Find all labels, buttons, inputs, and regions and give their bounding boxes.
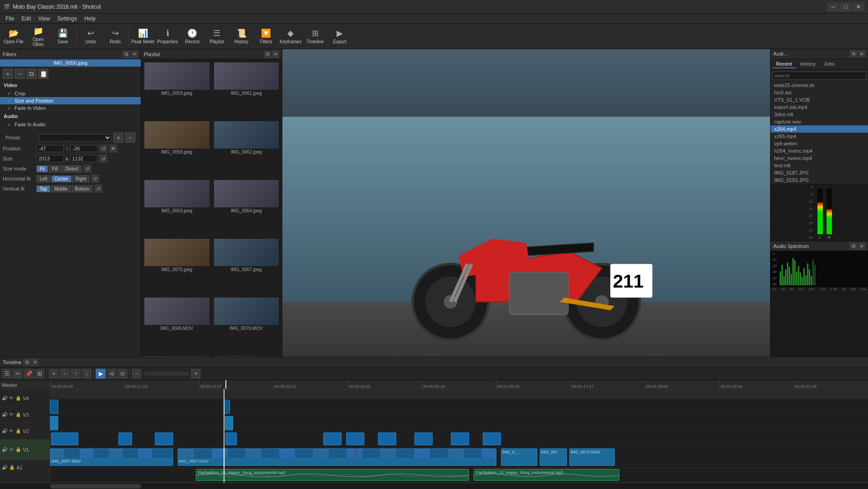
v-fit-middle[interactable]: Middle: [51, 185, 71, 192]
h-fit-right[interactable]: Right: [72, 175, 89, 182]
filter-copy-button[interactable]: ⧉: [26, 69, 36, 79]
tl-scrub-button[interactable]: ⊙: [117, 369, 128, 379]
tl-zoom-out-button[interactable]: −: [132, 369, 142, 379]
tl-lift-button[interactable]: ↑: [71, 369, 81, 379]
scrollbar-track[interactable]: [50, 483, 868, 489]
track-v3-eye[interactable]: 👁: [9, 412, 14, 417]
tl-add-track-button[interactable]: +: [49, 369, 59, 379]
recent-item[interactable]: IMG_0183.JPG: [771, 176, 868, 183]
tab-history[interactable]: History: [797, 60, 819, 68]
recent-item[interactable]: VTS_01_1.VOB: [771, 96, 868, 103]
menu-settings[interactable]: Settings: [54, 15, 81, 23]
track-clip[interactable]: [118, 432, 132, 445]
h-fit-center[interactable]: Center: [51, 175, 71, 182]
right-panel-float[interactable]: ⧉: [850, 50, 857, 57]
recent-button[interactable]: 🕐 Recent: [180, 25, 204, 48]
track-v2-lock[interactable]: 🔒: [15, 428, 21, 433]
filter-paste-button[interactable]: 📋: [38, 69, 48, 79]
h-fit-reset-button[interactable]: ↺: [91, 175, 99, 183]
list-item[interactable]: IMG_0066.MOV: [142, 295, 212, 354]
tl-ripple-button[interactable]: ⊲: [107, 369, 117, 379]
track-clip[interactable]: [224, 400, 230, 414]
track-v2-audio[interactable]: 🔊: [2, 428, 7, 433]
list-item[interactable]: IMG_0064.jpeg: [212, 178, 281, 237]
timeline-close[interactable]: ✕: [31, 359, 39, 366]
track-v2-eye[interactable]: 👁: [9, 428, 14, 433]
track-clip-a1-2[interactable]: Pachyderm_13_Happy_Song_instrumental.mp3: [474, 469, 619, 481]
right-panel-close[interactable]: ✕: [858, 50, 865, 57]
track-v3-audio[interactable]: 🔊: [2, 412, 7, 417]
list-item[interactable]: IMG_0067.jpeg: [212, 237, 281, 295]
menu-view[interactable]: View: [35, 15, 54, 23]
track-clip[interactable]: [225, 432, 237, 445]
recent-item[interactable]: 3dlut.mlt: [771, 111, 868, 118]
position-reset-button[interactable]: ↺: [99, 144, 107, 153]
list-item[interactable]: IMG_0075.jpeg: [142, 237, 212, 295]
save-button[interactable]: 💾 Save: [51, 25, 75, 48]
timeline-scrollbar[interactable]: [0, 483, 868, 489]
tl-snap-button[interactable]: 📌: [24, 369, 34, 379]
size-mode-fill[interactable]: Fill: [49, 165, 61, 172]
v-fit-bottom[interactable]: Bottom: [72, 185, 93, 192]
tab-jobs[interactable]: Jobs: [820, 60, 838, 68]
tl-down-button[interactable]: ↓: [82, 369, 92, 379]
track-a1-audio[interactable]: 🔊: [2, 465, 7, 470]
size-mode-fit[interactable]: Fit: [36, 165, 48, 172]
list-item[interactable]: IMG_0062.jpeg: [212, 119, 281, 178]
titlebar-controls[interactable]: ─ □ ✕: [827, 2, 864, 11]
list-item[interactable]: IMG_0061.jpeg: [212, 60, 281, 119]
menu-file[interactable]: File: [2, 15, 18, 23]
timeline-float[interactable]: ⧉: [23, 359, 31, 366]
redo-button[interactable]: ↪ Redo: [103, 25, 127, 48]
position-eye-button[interactable]: 👁: [109, 144, 117, 153]
peak-meter-button[interactable]: 📊 Peak Meter: [131, 25, 155, 48]
filters-close-button[interactable]: ✕: [131, 51, 138, 58]
track-v4-lock[interactable]: 🔒: [15, 396, 21, 401]
filter-remove-button[interactable]: −: [15, 69, 25, 79]
timeline-button[interactable]: ⊞ Timeline: [303, 25, 327, 48]
preset-add-button[interactable]: +: [113, 133, 123, 143]
v-fit-top[interactable]: Top: [36, 185, 50, 192]
track-v1-lock[interactable]: 🔒: [15, 447, 21, 452]
track-clip[interactable]: [50, 416, 58, 430]
filter-item-crop[interactable]: ✓ Crop: [0, 90, 141, 97]
track-clip-v1-5[interactable]: IMG_0072.MOV: [569, 448, 615, 466]
track-clip-v1-4[interactable]: IMG_007: [540, 448, 567, 466]
playlist-close-button[interactable]: ✕: [272, 51, 279, 58]
size-mode-reset-button[interactable]: ↺: [83, 165, 92, 173]
spectrum-close[interactable]: ✕: [858, 242, 865, 250]
track-clip-v1-3[interactable]: IMG_0_...: [501, 448, 537, 466]
track-v1-eye[interactable]: 👁: [9, 447, 14, 452]
menu-edit[interactable]: Edit: [18, 15, 35, 23]
track-clip[interactable]: [378, 432, 396, 445]
track-clip[interactable]: [346, 432, 364, 445]
recent-item[interactable]: wide25-cinema.dv: [771, 82, 868, 89]
recent-item[interactable]: h264_nvenc.mp4: [771, 147, 868, 154]
track-clip[interactable]: [483, 432, 501, 445]
track-clip-a1-1[interactable]: Pachyderm_13_Happy_Song_instrumental.mp3: [196, 469, 469, 481]
size-w-input[interactable]: [36, 155, 64, 162]
keyframes-button[interactable]: ◆ Keyframes: [279, 25, 302, 48]
list-item[interactable]: IMG_0070.MOV: [212, 295, 281, 354]
recent-item[interactable]: capture.wav: [771, 118, 868, 125]
recent-search-input[interactable]: [772, 72, 866, 80]
recent-item[interactable]: IMG_0187.JPG: [771, 169, 868, 176]
close-button[interactable]: ✕: [853, 2, 864, 11]
recent-item[interactable]: hevc_nvenc.mp4: [771, 154, 868, 162]
filter-item-sap[interactable]: ✓ Size and Position: [0, 97, 141, 104]
recent-item[interactable]: export job.mp4: [771, 103, 868, 111]
recent-item[interactable]: test.mlt: [771, 162, 868, 169]
playlist-float-button[interactable]: ⧉: [264, 51, 271, 58]
list-item[interactable]: IMG_0063.jpeg: [142, 178, 212, 237]
v-fit-reset-button[interactable]: ↺: [94, 185, 102, 193]
track-v4-audio[interactable]: 🔊: [2, 396, 7, 401]
open-file-button[interactable]: 📂 Open File: [2, 25, 26, 48]
preset-remove-button[interactable]: −: [125, 133, 135, 143]
size-reset-button[interactable]: ↺: [99, 154, 107, 163]
track-clip[interactable]: [51, 432, 78, 445]
filter-item-fade-audio[interactable]: ✓ Fade In Audio: [0, 121, 141, 128]
track-v4-eye[interactable]: 👁: [9, 396, 14, 401]
export-button[interactable]: ▶ Export: [328, 25, 352, 48]
recent-item[interactable]: vp9.webm: [771, 140, 868, 147]
track-clip[interactable]: [323, 432, 342, 445]
